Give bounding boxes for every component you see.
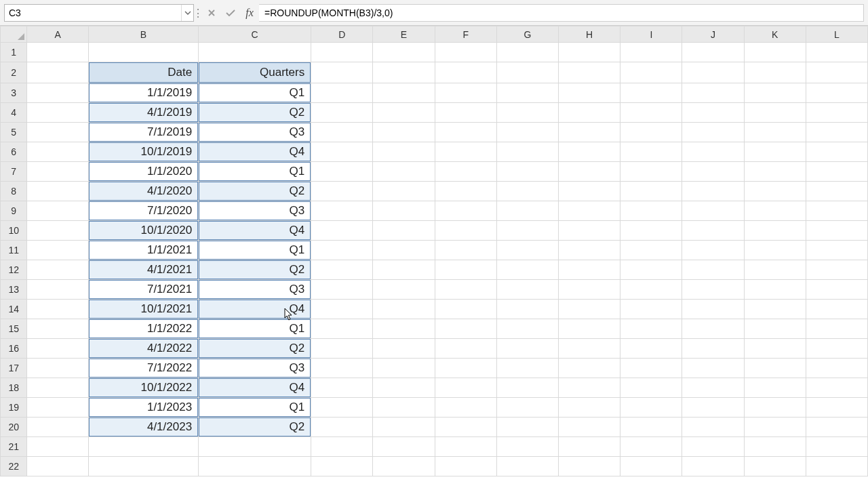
cell-A3[interactable] — [27, 83, 88, 103]
cell-D12[interactable] — [311, 260, 373, 280]
cell-K13[interactable] — [744, 280, 806, 300]
cell-F9[interactable] — [435, 201, 496, 221]
table-cell-quarter[interactable]: Q2 — [199, 260, 311, 279]
cell-I11[interactable] — [620, 241, 682, 260]
table-cell-date[interactable]: 10/1/2020 — [89, 221, 198, 240]
cell-A18[interactable] — [27, 378, 88, 398]
cell-C20[interactable]: Q2 — [199, 418, 311, 437]
cell-A10[interactable] — [27, 221, 88, 241]
cell-F18[interactable] — [435, 378, 496, 398]
cell-B1[interactable] — [88, 43, 198, 62]
cell-I16[interactable] — [620, 339, 682, 359]
cell-D4[interactable] — [311, 103, 373, 123]
column-header-C[interactable]: C — [199, 26, 311, 43]
cell-K21[interactable] — [744, 437, 806, 457]
cell-J8[interactable] — [682, 182, 744, 201]
cell-D15[interactable] — [311, 319, 373, 339]
cell-D5[interactable] — [311, 123, 373, 142]
cell-I3[interactable] — [620, 83, 682, 103]
cell-J3[interactable] — [682, 83, 744, 103]
column-header-G[interactable]: G — [496, 26, 558, 43]
row-header-2[interactable]: 2 — [1, 62, 27, 83]
name-box-input[interactable] — [5, 6, 181, 20]
cell-L7[interactable] — [806, 162, 867, 182]
cell-L20[interactable] — [806, 418, 867, 437]
cell-E4[interactable] — [373, 103, 435, 123]
cell-B11[interactable]: 1/1/2021 — [88, 241, 198, 260]
cell-A8[interactable] — [27, 182, 88, 201]
cell-K14[interactable] — [744, 300, 806, 319]
cell-H22[interactable] — [559, 457, 620, 476]
row-header-14[interactable]: 14 — [1, 300, 27, 319]
cell-C16[interactable]: Q2 — [199, 339, 311, 359]
cell-B13[interactable]: 7/1/2021 — [88, 280, 198, 300]
cell-C10[interactable]: Q4 — [199, 221, 311, 241]
cell-A20[interactable] — [27, 418, 88, 437]
column-header-A[interactable]: A — [27, 26, 88, 43]
cell-A2[interactable] — [27, 62, 88, 83]
row-header-11[interactable]: 11 — [1, 241, 27, 260]
cell-J22[interactable] — [682, 457, 744, 476]
table-cell-date[interactable]: 7/1/2022 — [89, 359, 198, 378]
cell-G20[interactable] — [496, 418, 558, 437]
cell-I17[interactable] — [620, 359, 682, 378]
cell-H3[interactable] — [559, 83, 620, 103]
column-header-J[interactable]: J — [682, 26, 744, 43]
cell-I8[interactable] — [620, 182, 682, 201]
cell-E20[interactable] — [373, 418, 435, 437]
table-cell-date[interactable]: 7/1/2019 — [89, 123, 198, 142]
cell-E16[interactable] — [373, 339, 435, 359]
cell-J12[interactable] — [682, 260, 744, 280]
cell-B19[interactable]: 1/1/2023 — [88, 398, 198, 418]
cell-F21[interactable] — [435, 437, 496, 457]
cell-L18[interactable] — [806, 378, 867, 398]
cell-K11[interactable] — [744, 241, 806, 260]
cell-D14[interactable] — [311, 300, 373, 319]
row-header-3[interactable]: 3 — [1, 83, 27, 103]
cell-F7[interactable] — [435, 162, 496, 182]
cell-J11[interactable] — [682, 241, 744, 260]
column-header-D[interactable]: D — [311, 26, 373, 43]
cell-K15[interactable] — [744, 319, 806, 339]
cell-G12[interactable] — [496, 260, 558, 280]
insert-function-button[interactable]: fx — [240, 4, 259, 22]
cell-F2[interactable] — [435, 62, 496, 83]
cell-C5[interactable]: Q3 — [199, 123, 311, 142]
cell-D16[interactable] — [311, 339, 373, 359]
row-header-16[interactable]: 16 — [1, 339, 27, 359]
table-cell-quarter[interactable]: Q3 — [199, 280, 311, 299]
cell-A16[interactable] — [27, 339, 88, 359]
cell-D8[interactable] — [311, 182, 373, 201]
cell-A19[interactable] — [27, 398, 88, 418]
cell-H4[interactable] — [559, 103, 620, 123]
cell-F16[interactable] — [435, 339, 496, 359]
table-cell-date[interactable]: 10/1/2021 — [89, 300, 198, 319]
table-header-quarters[interactable]: Quarters — [199, 62, 311, 83]
cell-A21[interactable] — [27, 437, 88, 457]
cell-A11[interactable] — [27, 241, 88, 260]
name-box[interactable] — [4, 4, 194, 22]
cell-H7[interactable] — [559, 162, 620, 182]
cell-L17[interactable] — [806, 359, 867, 378]
cell-C14[interactable]: Q4 — [199, 300, 311, 319]
cell-G16[interactable] — [496, 339, 558, 359]
table-cell-quarter[interactable]: Q1 — [199, 162, 311, 181]
cell-K19[interactable] — [744, 398, 806, 418]
table-cell-quarter[interactable]: Q1 — [199, 319, 311, 338]
cell-I19[interactable] — [620, 398, 682, 418]
cell-B6[interactable]: 10/1/2019 — [88, 142, 198, 162]
cell-C1[interactable] — [199, 43, 311, 62]
table-cell-date[interactable]: 4/1/2020 — [89, 182, 198, 201]
cell-K17[interactable] — [744, 359, 806, 378]
cell-D13[interactable] — [311, 280, 373, 300]
cell-F13[interactable] — [435, 280, 496, 300]
cell-G18[interactable] — [496, 378, 558, 398]
cell-G14[interactable] — [496, 300, 558, 319]
cell-G19[interactable] — [496, 398, 558, 418]
cell-C19[interactable]: Q1 — [199, 398, 311, 418]
cell-L3[interactable] — [806, 83, 867, 103]
cell-I5[interactable] — [620, 123, 682, 142]
cell-E18[interactable] — [373, 378, 435, 398]
cell-D7[interactable] — [311, 162, 373, 182]
cell-D10[interactable] — [311, 221, 373, 241]
